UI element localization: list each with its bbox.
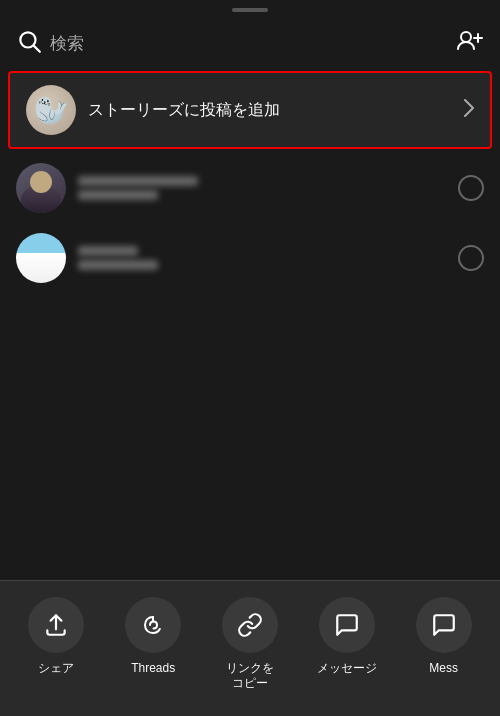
more-label: Mess [429,661,458,677]
select-radio-2[interactable] [458,245,484,271]
message-icon-circle [319,597,375,653]
copy-link-icon-circle [222,597,278,653]
search-bar: 検索 [0,20,500,67]
avatar-sky [16,233,66,283]
contact-name-2 [78,246,158,270]
contact-row[interactable] [0,223,500,293]
action-row: シェア Threads リンクをコピー [0,597,500,692]
name-blur-line-1 [78,176,198,186]
svg-point-2 [461,32,471,42]
chevron-right-icon [464,99,474,122]
story-add-left: 🦭 ストーリーズに投稿を追加 [26,85,280,135]
story-add-label: ストーリーズに投稿を追加 [88,100,280,121]
contact-name-1 [78,176,198,200]
share-icon-circle [28,597,84,653]
select-radio-1[interactable] [458,175,484,201]
action-item-message[interactable]: メッセージ [307,597,387,677]
threads-label: Threads [131,661,175,677]
share-label: シェア [38,661,74,677]
top-handle [0,0,500,16]
bottom-action-sheet: シェア Threads リンクをコピー [0,580,500,716]
search-placeholder[interactable]: 検索 [50,32,84,55]
action-item-more[interactable]: Mess [404,597,484,677]
threads-icon-circle [125,597,181,653]
copy-link-label: リンクをコピー [226,661,274,692]
action-item-share[interactable]: シェア [16,597,96,677]
contact-left [16,233,158,283]
action-item-copy-link[interactable]: リンクをコピー [210,597,290,692]
more-icon-circle [416,597,472,653]
seal-avatar: 🦭 [26,85,76,135]
avatar-person1 [16,163,66,213]
add-friend-icon[interactable] [456,29,484,59]
action-item-threads[interactable]: Threads [113,597,193,677]
search-left: 検索 [16,28,84,59]
contact-row[interactable] [0,153,500,223]
name-blur-line-2 [78,190,158,200]
contact-left [16,163,198,213]
name-blur-line-3 [78,246,138,256]
message-label: メッセージ [317,661,377,677]
story-add-row[interactable]: 🦭 ストーリーズに投稿を追加 [8,71,492,149]
name-blur-line-4 [78,260,158,270]
contact-list [0,153,500,293]
svg-line-1 [34,46,40,52]
search-icon [16,28,42,59]
handle-bar [232,8,268,12]
